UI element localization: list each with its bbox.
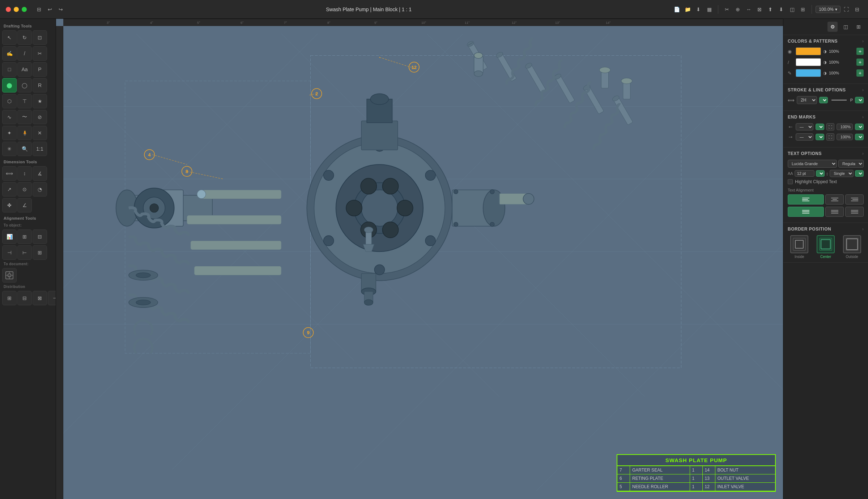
- redo-button[interactable]: ↪: [56, 4, 66, 14]
- share-icon[interactable]: 📄: [672, 4, 682, 14]
- fill-color-swatch[interactable]: [796, 47, 821, 55]
- active-tool[interactable]: ⬤: [2, 78, 17, 93]
- grid-tab-icon[interactable]: ⊞: [854, 22, 864, 32]
- ordinate-tool[interactable]: ✤: [2, 198, 17, 212]
- doc-align-icon[interactable]: +: [2, 268, 17, 283]
- fill-add-btn[interactable]: +: [856, 48, 864, 55]
- font-style-select[interactable]: Regular: [838, 160, 864, 168]
- font-family-select[interactable]: Lucida Grande: [788, 160, 837, 168]
- accent-add-btn[interactable]: +: [856, 69, 864, 77]
- panel-icon[interactable]: ⊟: [852, 4, 862, 14]
- polygon-tool[interactable]: ⬡: [2, 94, 17, 108]
- fullscreen-icon[interactable]: ⛶: [841, 4, 851, 14]
- canvas-area[interactable]: 3° 4° 5° 6° 7° 8° 9° 10° 11° 12° 13° 14°: [56, 19, 783, 499]
- right-size-expand-btn[interactable]: ⛶: [826, 133, 834, 141]
- rotate-tool[interactable]: ↻: [17, 30, 32, 45]
- dist-vert[interactable]: ⊟: [17, 291, 32, 305]
- leader-tool[interactable]: ↗: [2, 182, 17, 197]
- dist-horiz[interactable]: ⊞: [2, 291, 17, 305]
- close-button[interactable]: [6, 7, 11, 12]
- font-size-input[interactable]: [795, 170, 814, 177]
- tool7-icon[interactable]: ◫: [787, 4, 797, 14]
- folder-icon[interactable]: 📁: [682, 4, 693, 14]
- stroke-weight-stepper[interactable]: ▾: [819, 97, 828, 103]
- align-horiz-center[interactable]: ⊟: [33, 229, 47, 244]
- tool3-icon[interactable]: ↔: [744, 4, 754, 14]
- x-tool[interactable]: ✕: [33, 126, 47, 140]
- border-inside-btn[interactable]: [790, 235, 808, 253]
- pencil-tool[interactable]: ✍: [2, 46, 17, 61]
- border-center-btn[interactable]: [817, 235, 835, 253]
- align-left-btn[interactable]: [788, 194, 824, 205]
- crop-tool[interactable]: ⊡: [33, 30, 47, 45]
- align-right-btn[interactable]: [845, 194, 864, 205]
- bubble-tool[interactable]: ◯: [17, 78, 32, 93]
- stroke-collapse-btn[interactable]: ›: [862, 87, 864, 93]
- tool8-icon[interactable]: ⊞: [798, 4, 808, 14]
- align-vert-center[interactable]: ⊞: [17, 229, 32, 244]
- left-size-expand-btn[interactable]: ⛶: [826, 123, 834, 130]
- tool6-icon[interactable]: ⬇: [776, 4, 786, 14]
- tool1-icon[interactable]: ✂: [722, 4, 732, 14]
- tool5-icon[interactable]: ⬆: [765, 4, 775, 14]
- text-options-collapse-btn[interactable]: ›: [862, 151, 864, 156]
- right-pct-stepper[interactable]: ▾: [855, 134, 864, 140]
- border-position-collapse-btn[interactable]: ›: [862, 227, 864, 232]
- line-spacing-stepper[interactable]: ▾: [855, 170, 864, 177]
- stroke-color-swatch[interactable]: [796, 58, 821, 66]
- filter-tab-icon[interactable]: ⚙: [827, 22, 838, 32]
- transform-tool[interactable]: ✦: [2, 126, 17, 140]
- stroke-end-stepper[interactable]: ▾: [855, 97, 864, 103]
- undo-button[interactable]: ↩: [45, 4, 55, 14]
- right-endmark-stepper[interactable]: ▾: [816, 134, 824, 140]
- scissor-tool[interactable]: ✂: [33, 46, 47, 61]
- node-tool[interactable]: ⊤: [17, 94, 32, 108]
- dash-tool[interactable]: ⊘: [33, 110, 47, 124]
- border-outside-btn[interactable]: [843, 235, 861, 253]
- accent-color-swatch[interactable]: [796, 69, 821, 77]
- dist-equal[interactable]: ⊠: [33, 291, 47, 305]
- left-endmark-pct[interactable]: [837, 124, 853, 130]
- curve-tool[interactable]: 〜: [17, 110, 32, 124]
- right-endmark-select[interactable]: —: [796, 133, 813, 141]
- wave-tool[interactable]: ∿: [2, 110, 17, 124]
- align-right-edge[interactable]: ⊞: [33, 245, 47, 260]
- right-endmark-pct[interactable]: [837, 134, 853, 140]
- align-justify-right-btn[interactable]: [845, 207, 864, 217]
- line-spacing-select[interactable]: Single: [830, 170, 854, 177]
- highlight-clipped-checkbox[interactable]: [788, 179, 793, 184]
- align-center-btn[interactable]: [825, 194, 844, 205]
- align-bar-chart[interactable]: 📊: [2, 229, 17, 244]
- align-left-edge[interactable]: ⊣: [2, 245, 17, 260]
- align-v-middle[interactable]: ⊢: [17, 245, 32, 260]
- sidebar-toggle-icon[interactable]: ⊟: [34, 4, 44, 14]
- line-tool[interactable]: /: [17, 46, 32, 61]
- maximize-button[interactable]: [22, 7, 27, 12]
- rect-tool[interactable]: □: [2, 62, 17, 77]
- left-pct-stepper[interactable]: ▾: [855, 124, 864, 130]
- flag-tool[interactable]: R: [33, 78, 47, 93]
- horiz-dim-tool[interactable]: ⟺: [2, 166, 17, 181]
- select-tool[interactable]: ↖: [2, 30, 17, 45]
- export-icon[interactable]: ⬇: [693, 4, 703, 14]
- align-justify-btn[interactable]: [788, 207, 824, 217]
- tool2-icon[interactable]: ⊕: [733, 4, 743, 14]
- vert-dim-tool[interactable]: ↕: [17, 166, 32, 181]
- star-tool[interactable]: ★: [33, 94, 47, 108]
- zoom-tool[interactable]: 🔍: [17, 142, 32, 156]
- tool4-icon[interactable]: ⊠: [754, 4, 765, 14]
- font-size-stepper[interactable]: ▾: [816, 170, 825, 177]
- person-tool[interactable]: 🧍: [17, 126, 32, 140]
- pin-tool[interactable]: P: [33, 62, 47, 77]
- zoom-control[interactable]: 100.0% ▾: [816, 6, 841, 13]
- colors-collapse-btn[interactable]: ›: [862, 39, 864, 44]
- scale-tool[interactable]: 1:1: [33, 142, 47, 156]
- grid-icon[interactable]: ▦: [704, 4, 714, 14]
- angle-dim-tool[interactable]: ∡: [33, 166, 47, 181]
- slope-tool[interactable]: ∠: [17, 198, 32, 212]
- dist-spread[interactable]: ⊣: [48, 291, 56, 305]
- text-tool[interactable]: Aa: [17, 62, 32, 77]
- stroke-add-btn[interactable]: +: [856, 59, 864, 66]
- left-endmark-select[interactable]: —: [796, 123, 813, 130]
- left-endmark-stepper[interactable]: ▾: [816, 124, 824, 130]
